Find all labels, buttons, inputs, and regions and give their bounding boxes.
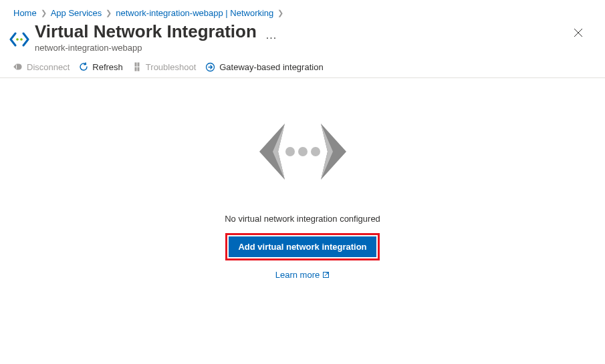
chevron-right-icon: ❯ xyxy=(277,9,283,17)
svg-marker-11 xyxy=(321,124,346,180)
learn-more-label: Learn more xyxy=(275,270,320,280)
close-button[interactable] xyxy=(570,25,586,41)
svg-point-1 xyxy=(20,38,23,41)
refresh-icon xyxy=(79,62,88,71)
troubleshoot-icon xyxy=(132,62,142,71)
troubleshoot-label: Troubleshoot xyxy=(146,62,196,72)
empty-state-message: No virtual network integration configure… xyxy=(225,214,380,224)
vnet-integration-icon xyxy=(8,28,31,51)
breadcrumb-home[interactable]: Home xyxy=(13,8,37,18)
disconnect-button: Disconnect xyxy=(13,62,70,72)
page-subtitle: network-integration-webapp xyxy=(35,43,257,53)
close-icon xyxy=(574,28,583,37)
learn-more-link[interactable]: Learn more xyxy=(275,270,330,280)
chevron-right-icon: ❯ xyxy=(41,9,47,17)
disconnect-label: Disconnect xyxy=(27,62,70,72)
empty-state-illustration-icon xyxy=(246,112,360,194)
svg-point-14 xyxy=(298,147,308,156)
toolbar: Disconnect Refresh Troubleshoot Gateway-… xyxy=(0,53,605,78)
refresh-button[interactable]: Refresh xyxy=(79,62,123,72)
page-title: Virtual Network Integration xyxy=(35,22,257,41)
svg-rect-7 xyxy=(138,67,139,71)
svg-rect-5 xyxy=(138,63,139,66)
refresh-label: Refresh xyxy=(92,62,123,72)
add-vnet-integration-button[interactable]: Add virtual network integration xyxy=(229,236,376,257)
svg-point-15 xyxy=(311,147,320,156)
gateway-integration-button[interactable]: Gateway-based integration xyxy=(205,62,323,72)
gateway-integration-label: Gateway-based integration xyxy=(219,62,323,72)
svg-rect-4 xyxy=(135,63,136,66)
arrow-right-circle-icon xyxy=(205,62,215,72)
svg-rect-6 xyxy=(135,67,136,71)
more-actions-button[interactable]: ··· xyxy=(266,32,277,44)
breadcrumb: Home ❯ App Services ❯ network-integratio… xyxy=(0,0,605,21)
page-header: Virtual Network Integration network-inte… xyxy=(0,21,605,53)
troubleshoot-button: Troubleshoot xyxy=(132,62,196,72)
highlight-frame: Add virtual network integration xyxy=(225,233,379,260)
disconnect-icon xyxy=(13,62,23,71)
svg-point-13 xyxy=(285,147,295,156)
breadcrumb-networking[interactable]: network-integration-webapp | Networking xyxy=(116,8,273,18)
breadcrumb-appservices[interactable]: App Services xyxy=(51,8,102,18)
chevron-right-icon: ❯ xyxy=(106,9,112,17)
svg-marker-9 xyxy=(259,124,285,180)
empty-state: No virtual network integration configure… xyxy=(0,78,605,280)
svg-point-0 xyxy=(16,38,19,41)
external-link-icon xyxy=(322,271,330,279)
